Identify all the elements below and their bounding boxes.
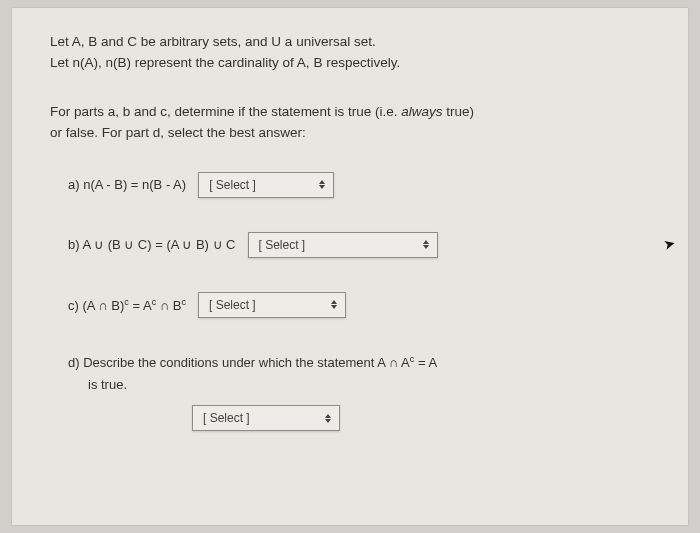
part-a: a) n(A - B) = n(B - A) [ Select ] <box>68 172 650 198</box>
part-c-label: c) (A ∩ B)c = Ac ∩ Bc <box>68 297 186 313</box>
chevron-updown-icon <box>423 240 429 249</box>
intro-line-1: Let A, B and C be arbitrary sets, and U … <box>50 32 650 53</box>
select-placeholder: [ Select ] <box>259 238 413 252</box>
intro-line-2: Let n(A), n(B) represent the cardinality… <box>50 53 650 74</box>
instructions-italic: always <box>401 104 442 119</box>
chevron-updown-icon <box>331 300 337 309</box>
label-text: d) <box>68 355 80 370</box>
select-a[interactable]: [ Select ] <box>198 172 334 198</box>
instructions-text: true) <box>442 104 474 119</box>
part-d: d) Describe the conditions under which t… <box>68 352 650 432</box>
question-page: Let A, B and C be arbitrary sets, and U … <box>12 8 688 525</box>
select-d[interactable]: [ Select ] <box>192 405 340 431</box>
select-placeholder: [ Select ] <box>209 178 309 192</box>
statement-text: Describe the conditions under which the … <box>80 355 410 370</box>
questions-block: a) n(A - B) = n(B - A) [ Select ] b) A ∪… <box>50 172 650 432</box>
label-text: c) <box>68 298 79 313</box>
instructions-line-2: or false. For part d, select the best an… <box>50 123 650 144</box>
statement-text: (A ∩ B) <box>79 298 124 313</box>
statement-text: A ∪ (B ∪ C) = (A ∪ B) ∪ C <box>80 237 236 252</box>
chevron-updown-icon <box>325 414 331 423</box>
statement-text-line2: is true. <box>68 375 650 395</box>
instructions-line-1: For parts a, b and c, determine if the s… <box>50 102 650 123</box>
statement-text: = A <box>129 298 152 313</box>
chevron-updown-icon <box>319 180 325 189</box>
intro-block: Let A, B and C be arbitrary sets, and U … <box>50 32 650 74</box>
part-a-label: a) n(A - B) = n(B - A) <box>68 177 186 192</box>
instructions-block: For parts a, b and c, determine if the s… <box>50 102 650 144</box>
statement-text: ∩ B <box>156 298 181 313</box>
select-b[interactable]: [ Select ] <box>248 232 438 258</box>
part-b-label: b) A ∪ (B ∪ C) = (A ∪ B) ∪ C <box>68 237 236 252</box>
select-placeholder: [ Select ] <box>203 411 315 425</box>
select-c[interactable]: [ Select ] <box>198 292 346 318</box>
part-d-text: d) Describe the conditions under which t… <box>68 352 650 396</box>
cursor-icon: ➤ <box>662 235 678 254</box>
superscript: c <box>181 297 186 307</box>
part-b: b) A ∪ (B ∪ C) = (A ∪ B) ∪ C [ Select ] <box>68 232 650 258</box>
instructions-text: For parts a, b and c, determine if the s… <box>50 104 401 119</box>
part-c: c) (A ∩ B)c = Ac ∩ Bc [ Select ] <box>68 292 650 318</box>
statement-text: = A <box>414 355 437 370</box>
label-text: b) <box>68 237 80 252</box>
part-d-select-row: [ Select ] <box>68 405 650 431</box>
select-placeholder: [ Select ] <box>209 298 321 312</box>
statement-text: n(A - B) = n(B - A) <box>80 177 187 192</box>
label-text: a) <box>68 177 80 192</box>
